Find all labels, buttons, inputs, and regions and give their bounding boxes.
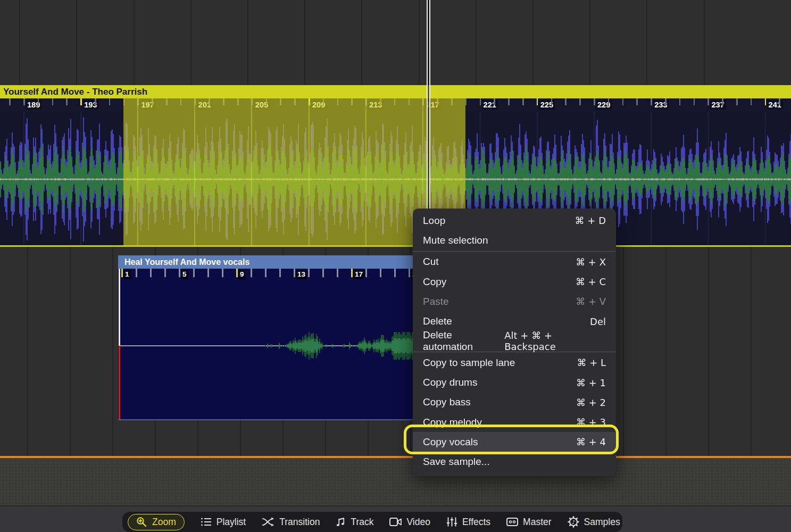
nav-item-master[interactable]: Master (506, 517, 551, 528)
menu-item-delete[interactable]: DeleteDel (413, 311, 616, 331)
ruler-tick (707, 98, 709, 105)
ruler-label: 13 (296, 270, 307, 279)
ruler-tick (522, 98, 524, 105)
menu-item-loop[interactable]: Loop⌘ + D (413, 211, 616, 230)
menu-item-shortcut: ⌘ + D (575, 215, 606, 226)
menu-item-copy-bass[interactable]: Copy bass⌘ + 2 (413, 393, 616, 412)
menu-separator (413, 251, 616, 252)
ruler-tick (222, 269, 223, 277)
menu-item-shortcut: ⌘ + 2 (576, 397, 606, 408)
ruler-tick (365, 269, 367, 277)
nav-item-zoom[interactable]: Zoom (128, 514, 185, 530)
ruler-tick (765, 98, 767, 105)
menu-item-shortcut: ⌘ + L (577, 357, 606, 368)
nav-item-track[interactable]: Track (336, 517, 373, 528)
menu-item-label: Copy drums (423, 377, 477, 388)
nav-item-samples[interactable]: ♪ Samples (568, 516, 620, 528)
ruler-tick (665, 98, 667, 105)
vocals-clip[interactable]: Heal Yourself And Move vocals 159131721 (118, 255, 421, 420)
nav-item-label: Video (406, 517, 430, 528)
ruler-tick (494, 98, 495, 105)
ruler-tick (23, 98, 25, 105)
menu-item-copy[interactable]: Copy⌘ + C (413, 272, 616, 292)
nav-item-label: Zoom (152, 517, 176, 528)
ruler-tick (565, 98, 567, 105)
ruler-label: 9 (238, 270, 246, 279)
menu-item-label: Delete (423, 315, 452, 327)
sliders-icon (446, 517, 457, 527)
ruler-tick (694, 98, 695, 105)
menu-item-shortcut: ⌘ + X (576, 256, 606, 268)
menu-item-copy-to-sample-lane[interactable]: Copy to sample lane⌘ + L (413, 353, 616, 372)
nav-item-video[interactable]: Video (389, 517, 430, 528)
ruler-tick (308, 269, 310, 277)
nav-item-label: Track (351, 517, 373, 528)
ruler-tick (95, 98, 96, 105)
ruler-tick (279, 269, 281, 277)
main-track-title: Yourself And Move - Theo Parrish (3, 87, 147, 97)
menu-item-label: Copy bass (423, 396, 471, 408)
ruler-tick (9, 98, 11, 105)
nav-item-transition[interactable]: Transition (262, 517, 320, 528)
ruler-tick (722, 98, 723, 105)
ruler-label: 225 (539, 100, 555, 110)
nav-item-playlist[interactable]: Playlist (201, 517, 246, 528)
menu-item-label: Delete automation (423, 329, 504, 353)
clip-start-marker (119, 269, 120, 346)
ruler-tick (380, 269, 381, 277)
ruler-label: 17 (353, 270, 364, 279)
menu-item-cut[interactable]: Cut⌘ + X (413, 252, 616, 272)
menu-item-copy-drums[interactable]: Copy drums⌘ + 1 (413, 372, 616, 392)
ruler-tick (622, 98, 624, 105)
playlist-icon (201, 517, 212, 527)
transition-icon (262, 517, 274, 527)
ruler-tick (265, 269, 267, 277)
ruler-tick (537, 98, 538, 105)
main-track-header[interactable]: Yourself And Move - Theo Parrish (0, 85, 791, 98)
svg-text:♪: ♪ (571, 519, 574, 525)
ruler-tick (779, 98, 780, 105)
menu-item-label: Copy (423, 276, 446, 288)
menu-item-delete-automation[interactable]: Delete automationAlt + ⌘ + Backspace (413, 331, 616, 351)
menu-item-label: Save sample... (423, 456, 490, 468)
menu-item-label: Paste (423, 296, 449, 307)
vocals-clip-title: Heal Yourself And Move vocals (124, 257, 249, 267)
nav-item-label: Samples (584, 517, 620, 528)
ruler-label: 241 (767, 100, 783, 110)
vocals-clip-header[interactable]: Heal Yourself And Move vocals (118, 255, 421, 269)
zoom-icon (136, 517, 147, 528)
ruler-label: 233 (653, 100, 669, 110)
nav-item-effects[interactable]: Effects (446, 517, 490, 528)
ruler-tick (337, 269, 338, 277)
video-camera-icon (389, 517, 402, 527)
ruler-tick (608, 98, 610, 105)
menu-item-label: Copy to sample lane (423, 357, 515, 369)
menu-item-mute-selection[interactable]: Mute selection (413, 230, 616, 250)
ruler-label: 221 (482, 100, 498, 110)
menu-item-shortcut: ⌘ + C (576, 276, 606, 287)
ruler-label: 229 (596, 100, 612, 110)
vocals-waveform (118, 282, 421, 419)
ruler-tick (80, 98, 82, 105)
ruler-tick (121, 269, 123, 277)
nav-item-label: Effects (462, 517, 490, 528)
nav-item-label: Master (523, 517, 551, 528)
ruler-tick (109, 98, 111, 105)
ruler-tick (551, 98, 553, 105)
ruler-tick (38, 98, 39, 105)
ruler-tick (207, 269, 209, 277)
vocals-clip-ruler[interactable]: 159131721 (118, 269, 421, 282)
vocals-clip-body[interactable]: 159131721 (118, 269, 421, 420)
menu-item-shortcut: ⌘ + 1 (576, 377, 606, 388)
nav-item-label: Playlist (217, 517, 246, 528)
ruler-tick (394, 269, 396, 277)
ruler-tick (294, 269, 295, 277)
music-note-icon (336, 517, 346, 527)
menu-item-label: Cut (423, 256, 439, 268)
menu-item-paste[interactable]: Paste⌘ + V (413, 292, 616, 311)
ruler-tick (150, 269, 152, 277)
arrangement-upper-lane[interactable] (0, 0, 791, 85)
menu-item-shortcut: Del (590, 316, 606, 327)
menu-item-save-sample[interactable]: Save sample... (413, 452, 616, 472)
ruler-tick (480, 98, 481, 105)
